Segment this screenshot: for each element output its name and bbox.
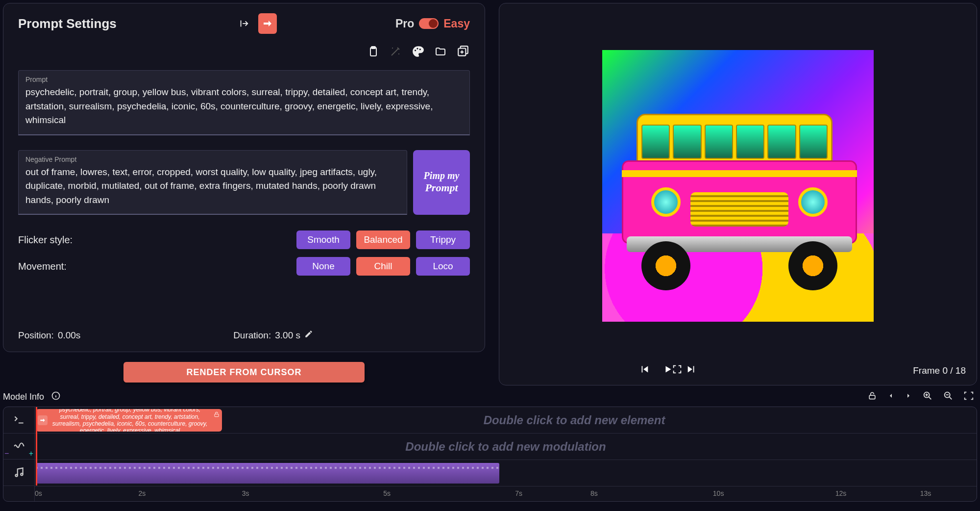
clip-lock-icon — [213, 411, 220, 419]
tab-cursor-to-end-button[interactable] — [235, 13, 253, 34]
modulation-minus-icon[interactable]: − — [4, 449, 9, 458]
zoom-out-icon[interactable] — [940, 390, 956, 404]
model-info-label: Model Info — [3, 392, 44, 402]
time-ruler: 0s2s3s5s7s8s10s12s13s — [35, 486, 977, 502]
lock-icon[interactable] — [864, 391, 880, 403]
step-forward-icon[interactable] — [902, 392, 915, 402]
duration-value: 3.00 s — [275, 330, 300, 341]
track-prompt-icon[interactable] — [3, 407, 34, 434]
preview-image — [602, 50, 874, 322]
prompt-field[interactable]: Prompt psychedelic, portrait, group, yel… — [18, 70, 470, 135]
svg-point-3 — [416, 48, 418, 49]
svg-point-4 — [419, 49, 421, 50]
prompt-clip[interactable]: psychedelic, portrait, group, yellow bus… — [36, 409, 222, 432]
svg-rect-7 — [869, 395, 875, 399]
position-label: Position: — [18, 330, 54, 341]
ruler-mark: 0s — [35, 489, 42, 497]
ruler-mark: 8s — [590, 489, 598, 497]
prompt-track[interactable]: psychedelic, portrait, group, yellow bus… — [35, 407, 977, 434]
modulation-plus-icon[interactable]: + — [29, 449, 33, 458]
ruler-mark: 2s — [138, 489, 146, 497]
negative-prompt-label: Negative Prompt — [25, 155, 400, 163]
flicker-option-balanced[interactable]: Balanced — [356, 230, 410, 249]
audio-waveform[interactable] — [36, 463, 499, 484]
palette-icon[interactable] — [411, 45, 425, 58]
zoom-in-icon[interactable] — [919, 390, 936, 404]
prompt-text: psychedelic, portrait, group, yellow bus… — [25, 85, 463, 128]
ruler-mark: 12s — [835, 489, 847, 497]
frame-counter: Frame 0 / 18 — [913, 365, 966, 376]
flicker-option-trippy[interactable]: Trippy — [416, 230, 470, 249]
duration-label: Duration: — [233, 330, 271, 341]
negative-prompt-text: out of frame, lowres, text, error, cropp… — [25, 165, 400, 207]
clip-arrow-icon — [38, 415, 48, 425]
play-icon[interactable] — [662, 364, 673, 377]
modulation-track[interactable]: Double click to add new modulation — [35, 434, 977, 460]
track-modulation-icon[interactable]: − + — [3, 434, 34, 460]
model-info-icon[interactable] — [48, 391, 64, 403]
magic-wand-icon[interactable] — [389, 45, 402, 58]
prompt-track-hint: Double click to add new element — [172, 413, 977, 427]
prompt-settings-panel: Prompt Settings Pro Easy — [3, 3, 485, 352]
pimp-my-prompt-button[interactable]: Pimp my Prompt — [413, 150, 470, 215]
timeline: − + psychedelic, portrait, group, yellow… — [3, 407, 977, 502]
folder-icon[interactable] — [434, 45, 447, 58]
svg-point-11 — [21, 473, 23, 475]
edit-duration-icon[interactable] — [304, 330, 313, 341]
ruler-mark: 5s — [383, 489, 391, 497]
negative-prompt-field[interactable]: Negative Prompt out of frame, lowres, te… — [18, 150, 407, 215]
ruler-mark: 3s — [242, 489, 249, 497]
movement-option-chill[interactable]: Chill — [356, 257, 410, 276]
render-from-cursor-button[interactable]: RENDER FROM CURSOR — [123, 362, 365, 383]
clipboard-icon[interactable] — [366, 45, 380, 58]
movement-option-none[interactable]: None — [296, 257, 350, 276]
mode-pro-label: Pro — [395, 17, 414, 30]
flicker-options: SmoothBalancedTrippy — [296, 230, 470, 249]
skip-start-icon[interactable] — [639, 364, 650, 377]
panel-title: Prompt Settings — [18, 16, 117, 31]
movement-label: Movement: — [18, 261, 296, 272]
ruler-mark: 10s — [713, 489, 724, 497]
mode-toggle[interactable] — [419, 18, 439, 29]
flicker-option-smooth[interactable]: Smooth — [296, 230, 350, 249]
mode-easy-label: Easy — [443, 17, 470, 30]
audio-track[interactable] — [35, 460, 977, 486]
track-audio-icon[interactable] — [3, 460, 34, 486]
clip-text: psychedelic, portrait, group, yellow bus… — [49, 409, 210, 432]
prompt-label: Prompt — [25, 76, 463, 83]
modulation-track-hint: Double click to add new modulation — [35, 440, 977, 454]
preview-panel: Frame 0 / 18 — [499, 3, 977, 385]
svg-rect-12 — [215, 414, 219, 416]
ruler-mark: 7s — [515, 489, 522, 497]
svg-point-10 — [15, 475, 17, 477]
movement-option-loco[interactable]: Loco — [416, 257, 470, 276]
track-ruler-spacer — [3, 486, 34, 502]
tab-forward-button[interactable] — [258, 13, 277, 34]
skip-end-icon[interactable] — [686, 364, 697, 377]
fit-icon[interactable] — [960, 390, 977, 404]
playhead[interactable] — [36, 407, 37, 485]
svg-point-2 — [415, 50, 416, 51]
flicker-label: Flicker style: — [18, 234, 296, 246]
mode-switch[interactable]: Pro Easy — [395, 17, 470, 30]
add-to-library-icon[interactable] — [456, 45, 470, 58]
position-value: 0.00s — [58, 330, 80, 341]
step-back-icon[interactable] — [884, 392, 898, 402]
movement-options: NoneChillLoco — [296, 257, 470, 276]
ruler-mark: 13s — [920, 489, 931, 497]
